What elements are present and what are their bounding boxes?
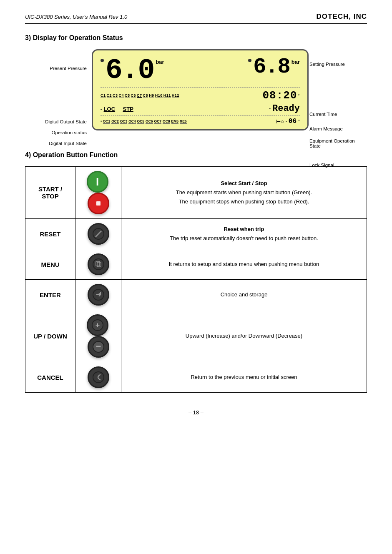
pressure-right-value: 6.8 [253,56,290,78]
oc7: OC7 [154,119,161,124]
oc6: OC6 [146,119,153,124]
ch-c6: C6 [131,93,136,98]
dashed-divider-top [101,87,300,88]
section3-title: 3) Display for Operation Status [25,34,367,42]
time-group: 08:20 ° [262,89,300,102]
btn-desc-updown: Upward (Increase) and/or Downward (Decre… [121,310,367,362]
menu-icon-svg [93,258,104,270]
oc4: OC4 [128,119,136,124]
oc3: OC3 [120,119,127,124]
ch-list: C1 C2 C3 C4 C5 C6 C7 C8 H9 H10 H11 H12 [101,93,179,98]
dot-right [248,59,251,62]
pressure-right-unit: bar [291,59,300,65]
label-equip-op-state: Equipment Operation State [309,138,359,148]
channel-row: C1 C2 C3 C4 C5 C6 C7 C8 H9 H10 H11 H12 [101,89,300,102]
page-header: UIC-DX380 Series, User's Manual Rev 1.0 … [25,13,367,24]
label-alarm-message: Alarm Message [309,126,359,131]
btn-icon-cancel [75,362,121,393]
dashed-divider-bot [101,115,300,116]
ch-c8: C8 [143,93,148,98]
cancel-button-icon[interactable] [88,366,109,388]
section4: 4) Operation Button Function START / STO… [25,151,367,393]
lock-degree: ° [298,119,300,124]
channels-left: C1 C2 C3 C4 C5 C6 C7 C8 H9 H10 H11 H12 [101,93,179,98]
ch-h12: H12 [172,93,179,98]
re5: RE5 [180,119,187,124]
stp-label: STP [123,106,133,112]
left-pressure-group: 6.0 bar [101,56,164,85]
lock-group: ⊢○ • 06 ° [276,118,300,125]
down-button-icon[interactable]: − [88,336,109,358]
menu-button-icon[interactable] [88,253,109,275]
label-current-time: Current Time [309,112,359,117]
oc-row: • OC1 OC2 OC3 OC4 OC5 OC6 OC7 OC8 EM5 RE… [101,118,300,125]
display-diagram: Present Pressure Digital Output State Op… [33,49,359,130]
dot-ready: • [269,107,271,111]
ch-c2: C2 [107,93,112,98]
row-updown: UP / DOWN + − [25,310,367,362]
oc5: OC5 [137,119,144,124]
stop-icon-svg [93,198,103,208]
btn-desc-reset: Reset when trip The trip reset automatic… [121,219,367,249]
ch-c3: C3 [113,93,118,98]
lcd-screen: 6.0 bar 6.8 bar C1 C2 C3 C4 [92,49,309,130]
ch-c7: C7 [137,93,142,98]
dot-lock: • [286,120,287,123]
btn-name-enter: ENTER [25,280,75,310]
reset-button-icon[interactable] [88,223,109,245]
svg-text:−: − [95,341,101,351]
ch-c4: C4 [119,93,124,98]
start-button-icon[interactable]: I [87,171,108,193]
pressure-row: 6.0 bar 6.8 bar [101,56,300,85]
operation-table: START / STOP I Select Start / Stop The e… [25,166,367,393]
time-dot: ° [298,93,300,98]
row-start-stop: START / STOP I Select Start / Stop The e… [25,167,367,219]
oc1: OC1 [103,119,110,124]
enter-icon-svg [93,289,104,301]
ready-label: Ready [272,103,300,114]
ch-c1: C1 [101,93,106,98]
up-icon-svg: + [92,319,103,331]
loc-group: • LOC STP [101,105,133,113]
header-title-left: UIC-DX380 Series, User's Manual Rev 1.0 [25,14,127,20]
em5: EM5 [171,119,178,124]
btn-name-start-stop: START / STOP [25,167,75,219]
btn-desc-menu: It returns to setup and status menu when… [121,249,367,280]
enter-button-icon[interactable] [88,284,109,306]
label-lock-signal: Lock Signal [309,163,359,168]
row-enter: ENTER Choice and storage [25,280,367,310]
pressure-left-value: 6.0 [106,56,154,85]
label-setting-pressure: Setting Pressure [309,62,359,67]
up-button-icon[interactable]: + [87,314,108,336]
btn-name-cancel: CANCEL [25,362,75,393]
btn-desc-start-stop: Select Start / Stop The equipment starts… [121,167,367,219]
label-operation-status: Operation status [33,130,87,135]
btn-name-menu: MENU [25,249,75,280]
time-value: 08:20 [262,89,297,102]
svg-rect-1 [96,201,101,206]
section4-title: 4) Operation Button Function [25,151,367,159]
loc-row: • LOC STP • Ready [101,103,300,114]
label-digital-input: Digital Input State [33,141,87,146]
btn-desc-cancel: Return to the previous menu or initial s… [121,362,367,393]
lock-icon: ⊢○ [276,118,284,125]
ch-h10: H10 [155,93,163,98]
btn-icon-enter [75,280,121,310]
svg-point-5 [93,259,104,270]
right-pressure-group: 6.8 bar [248,56,300,78]
btn-icon-start-stop: I [75,167,121,219]
ch-h11: H11 [163,93,171,98]
lock-num: 06 [289,118,297,125]
btn-icon-updown: + − [75,310,121,362]
stop-button-icon[interactable] [88,193,109,214]
cancel-icon-svg [93,371,104,383]
header-title-right: DOTECH, INC [317,13,367,21]
label-present-pressure: Present Pressure [33,66,87,71]
oc2: OC2 [111,119,118,124]
row-cancel: CANCEL Return to the previous menu or in… [25,362,367,393]
oc-list: OC1 OC2 OC3 OC4 OC5 OC6 OC7 OC8 EM5 RE5 [103,119,187,124]
btn-desc-enter: Choice and storage [121,280,367,310]
pressure-left-unit: bar [156,59,164,65]
btn-icon-menu [75,249,121,280]
oc8: OC8 [163,119,170,124]
